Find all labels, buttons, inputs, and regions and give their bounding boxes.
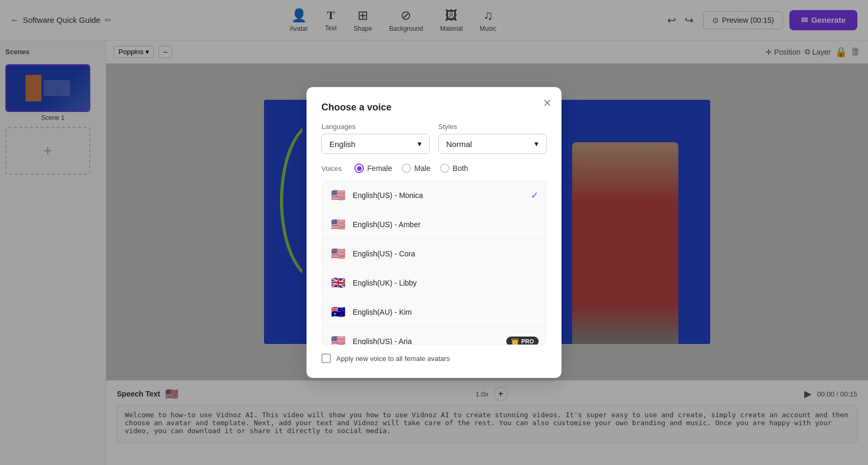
radio-female[interactable]: Female [354,163,392,173]
radio-female-circle [354,163,364,173]
voices-label: Voices [321,165,342,173]
voice-flag: 🇺🇸 [329,216,346,233]
style-dropdown[interactable]: Normal ▾ [438,134,547,154]
choose-voice-modal: Choose a voice ✕ Languages English ▾ Sty… [307,87,561,378]
voice-name: English(US) - Amber [353,220,539,229]
radio-both-label: Both [453,164,468,173]
voices-filter-row: Voices Female Male Both [321,163,547,173]
radio-both-circle [440,163,449,173]
modal-title: Choose a voice [321,102,547,113]
style-dropdown-icon: ▾ [534,139,539,149]
voice-list-item[interactable]: 🇺🇸English(US) - Aria👑PRO [322,327,546,345]
language-dropdown[interactable]: English ▾ [321,134,430,154]
radio-female-dot [357,166,362,171]
apply-checkbox[interactable] [321,354,331,363]
radio-male-circle [402,163,411,173]
voice-name: English(US) - Monica [353,191,524,200]
style-field: Styles Normal ▾ [438,123,547,154]
modal-fields-row: Languages English ▾ Styles Normal ▾ [321,123,547,154]
voice-list-item[interactable]: 🇺🇸English(US) - Amber [322,210,546,239]
voice-selected-check: ✓ [531,190,539,201]
voice-flag: 🇺🇸 [329,333,346,345]
languages-label: Languages [321,123,430,131]
radio-both[interactable]: Both [440,163,468,173]
style-value: Normal [446,140,472,149]
language-field: Languages English ▾ [321,123,430,154]
voice-name: English(AU) - Kim [353,308,539,316]
voice-name: English(US) - Aria [353,337,500,345]
apply-row: Apply new voice to all female avatars [321,354,547,363]
styles-label: Styles [438,123,547,131]
apply-label: Apply new voice to all female avatars [336,355,450,363]
language-dropdown-icon: ▾ [418,139,422,149]
voice-list-item[interactable]: 🇺🇸English(US) - Cora [322,239,546,269]
crown-icon: 👑 [511,338,519,345]
voice-flag: 🇺🇸 [329,245,346,262]
voice-list: 🇺🇸English(US) - Monica✓🇺🇸English(US) - A… [321,180,547,345]
voice-name: English(UK) - Libby [353,279,539,287]
language-value: English [329,140,355,149]
radio-male[interactable]: Male [402,163,430,173]
voice-list-item[interactable]: 🇬🇧English(UK) - Libby [322,269,546,298]
radio-female-label: Female [367,164,392,173]
voice-list-item[interactable]: 🇦🇺English(AU) - Kim [322,298,546,327]
modal-overlay[interactable]: Choose a voice ✕ Languages English ▾ Sty… [0,0,868,465]
voice-list-item[interactable]: 🇺🇸English(US) - Monica✓ [322,181,546,210]
voice-flag: 🇬🇧 [329,274,346,291]
modal-close-button[interactable]: ✕ [543,97,552,109]
pro-badge: 👑PRO [506,337,539,345]
voice-name: English(US) - Cora [353,249,539,258]
pro-label: PRO [521,338,534,345]
radio-male-label: Male [414,164,430,173]
voice-flag: 🇺🇸 [329,187,346,204]
voice-flag: 🇦🇺 [329,304,346,321]
